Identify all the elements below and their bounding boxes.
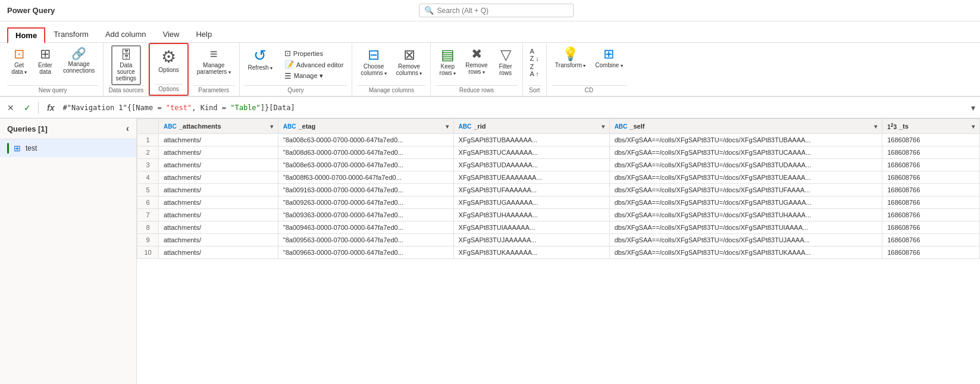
tab-help[interactable]: Help <box>187 26 220 42</box>
table-row[interactable]: 7attachments/"8a009363-0000-0700-0000-64… <box>137 209 980 221</box>
tab-view[interactable]: View <box>155 26 188 42</box>
formula-text-2: "test" <box>166 104 192 112</box>
table-cell: attachments/ <box>159 134 278 146</box>
manage-parameters-button[interactable]: ≡ Manageparameters <box>193 45 234 77</box>
transform-icon: 💡 <box>562 48 578 61</box>
ribbon-group-manage-columns: ⊟ Choosecolumns ⊠ Removecolumns Manage c… <box>352 43 431 96</box>
properties-button[interactable]: ⊡ Properties <box>281 48 347 59</box>
sidebar-item-test[interactable]: ⊞ test <box>0 139 136 157</box>
manage-connections-icon: 🔗 <box>71 48 86 60</box>
formula-bar: ✕ ✓ fx #"Navigation 1"{[Name = "test", K… <box>0 97 980 118</box>
table-row[interactable]: 2attachments/"8a008d63-0000-0700-0000-64… <box>137 146 980 159</box>
search-box[interactable]: 🔍 <box>419 4 574 17</box>
remove-rows-button[interactable]: ✖ Removerows <box>462 45 491 77</box>
col-dropdown-etag[interactable]: ▾ <box>446 123 449 130</box>
col-name-ts: _ts <box>899 123 909 130</box>
col-header-self[interactable]: ABC _self ▾ <box>609 119 882 134</box>
table-cell: "8a008e63-0000-0700-0000-647fa7ed0... <box>278 159 453 171</box>
manage-parameters-icon: ≡ <box>210 48 218 61</box>
ribbon-group-sort: AZ ↓ ZA ↑ Sort <box>523 43 547 96</box>
manage-button[interactable]: ☰ Manage ▾ <box>281 70 347 82</box>
advanced-editor-button[interactable]: 📝 Advanced editor <box>281 59 347 70</box>
filter-rows-button[interactable]: ▽ Filterrows <box>494 45 518 79</box>
formula-content[interactable]: #"Navigation 1"{[Name = "test", Kind = "… <box>62 104 966 112</box>
col-dropdown-rid[interactable]: ▾ <box>602 123 605 130</box>
data-sources-label: Data sources <box>108 85 143 93</box>
search-input[interactable] <box>437 7 556 15</box>
ribbon-tabs: Home Transform Add column View Help <box>0 21 980 43</box>
table-row[interactable]: 9attachments/"8a009563-0000-0700-0000-64… <box>137 234 980 246</box>
ribbon-group-transform-combine: 💡 Transform ⊞ Combine CD <box>547 43 631 96</box>
formula-separator <box>38 102 39 114</box>
tab-add-column[interactable]: Add column <box>97 26 155 42</box>
options-icon: ⚙ <box>161 49 176 65</box>
table-row[interactable]: 4attachments/"8a008f63-0000-0700-0000-64… <box>137 171 980 184</box>
table-cell: attachments/ <box>159 221 278 234</box>
enter-data-icon: ⊞ <box>40 48 51 61</box>
refresh-label: Refresh <box>248 64 273 71</box>
manage-label: Manage ▾ <box>294 72 323 80</box>
sort-label: Sort <box>528 85 541 93</box>
options-button[interactable]: ⚙ Options <box>155 46 182 76</box>
get-data-button[interactable]: ⊡ Getdata <box>7 45 31 77</box>
sidebar-collapse-button[interactable]: ‹ <box>126 123 129 134</box>
row-number: 7 <box>137 209 159 221</box>
col-header-rid[interactable]: ABC _rid ▾ <box>453 119 609 134</box>
tab-transform[interactable]: Transform <box>45 26 97 42</box>
col-dropdown-ts[interactable]: ▾ <box>972 123 975 130</box>
transform-button[interactable]: 💡 Transform <box>552 45 589 71</box>
new-query-label: New query <box>7 85 98 93</box>
table-cell: "8a008f63-0000-0700-0000-647fa7ed0... <box>278 171 453 184</box>
table-cell: "8a008c63-0000-0700-0000-647fa7ed0... <box>278 134 453 146</box>
table-cell: XFgSAPt83TUIAAAAAA... <box>453 221 609 234</box>
refresh-button[interactable]: ↺ Refresh <box>245 45 276 73</box>
table-cell: "8a009663-0000-0700-0000-647fa7ed0... <box>278 246 453 259</box>
col-header-attachments[interactable]: ABC _attachments ▾ <box>159 119 278 134</box>
col-dropdown-self[interactable]: ▾ <box>874 123 877 130</box>
ribbon-group-options: ⚙ Options Options <box>149 43 188 96</box>
table-cell: dbs/XFgSAA==/colls/XFgSAPt83TU=/docs/XFg… <box>609 146 882 159</box>
col-dropdown-attachments[interactable]: ▾ <box>270 123 273 130</box>
table-cell: dbs/XFgSAA==/colls/XFgSAPt83TU=/docs/XFg… <box>609 234 882 246</box>
col-header-ts[interactable]: 123 _ts ▾ <box>882 119 980 134</box>
data-table: ABC _attachments ▾ ABC _etag ▾ <box>137 118 980 259</box>
table-row[interactable]: 3attachments/"8a008e63-0000-0700-0000-64… <box>137 159 980 171</box>
table-cell: "8a009563-0000-0700-0000-647fa7ed0... <box>278 234 453 246</box>
table-cell: XFgSAPt83TUFAAAAAA... <box>453 184 609 196</box>
table-cell: XFgSAPt83TUKAAAAAA... <box>453 246 609 259</box>
data-grid[interactable]: ABC _attachments ▾ ABC _etag ▾ <box>137 118 980 384</box>
remove-columns-icon: ⊠ <box>403 48 415 62</box>
table-cell: dbs/XFgSAA==/colls/XFgSAPt83TU=/docs/XFg… <box>609 184 882 196</box>
sidebar-query-name: test <box>26 144 37 152</box>
choose-columns-button[interactable]: ⊟ Choosecolumns <box>357 45 390 79</box>
table-cell: dbs/XFgSAA==/colls/XFgSAPt83TU=/docs/XFg… <box>609 221 882 234</box>
app-title: Power Query <box>7 6 55 15</box>
table-cell: attachments/ <box>159 196 278 209</box>
combine-icon: ⊞ <box>603 48 614 61</box>
formula-expand-button[interactable]: ▾ <box>971 103 975 113</box>
row-number: 5 <box>137 184 159 196</box>
table-cell: attachments/ <box>159 209 278 221</box>
table-row[interactable]: 8attachments/"8a009463-0000-0700-0000-64… <box>137 221 980 234</box>
enter-data-button[interactable]: ⊞ Enterdata <box>33 45 57 77</box>
tab-home[interactable]: Home <box>7 27 45 43</box>
table-cell: dbs/XFgSAA==/colls/XFgSAPt83TU=/docs/XFg… <box>609 246 882 259</box>
transform-label: Transform <box>555 62 586 68</box>
table-cell: dbs/XFgSAA==/colls/XFgSAPt83TU=/docs/XFg… <box>609 196 882 209</box>
formula-cancel-button[interactable]: ✕ <box>5 102 17 114</box>
ribbon-group-reduce-rows: ▤ Keeprows ✖ Removerows ▽ Filterrows Red… <box>431 43 522 96</box>
data-source-settings-button[interactable]: 🗄 Datasourcesettings <box>111 45 141 85</box>
remove-columns-button[interactable]: ⊠ Removecolumns <box>393 45 425 79</box>
manage-connections-button[interactable]: 🔗 Manageconnections <box>60 45 98 76</box>
table-row[interactable]: 5attachments/"8a009163-0000-0700-0000-64… <box>137 184 980 196</box>
combine-button[interactable]: ⊞ Combine <box>591 45 626 71</box>
table-row[interactable]: 6attachments/"8a009263-0000-0700-0000-64… <box>137 196 980 209</box>
table-cell: 168608766 <box>882 134 980 146</box>
col-header-etag[interactable]: ABC _etag ▾ <box>278 119 453 134</box>
keep-rows-button[interactable]: ▤ Keeprows <box>436 45 459 79</box>
table-row[interactable]: 1attachments/"8a008c63-0000-0700-0000-64… <box>137 134 980 146</box>
table-row[interactable]: 10attachments/"8a009663-0000-0700-0000-6… <box>137 246 980 259</box>
formula-accept-button[interactable]: ✓ <box>21 102 33 114</box>
col-type-self: ABC <box>615 123 628 130</box>
table-cell: "8a009363-0000-0700-0000-647fa7ed0... <box>278 209 453 221</box>
